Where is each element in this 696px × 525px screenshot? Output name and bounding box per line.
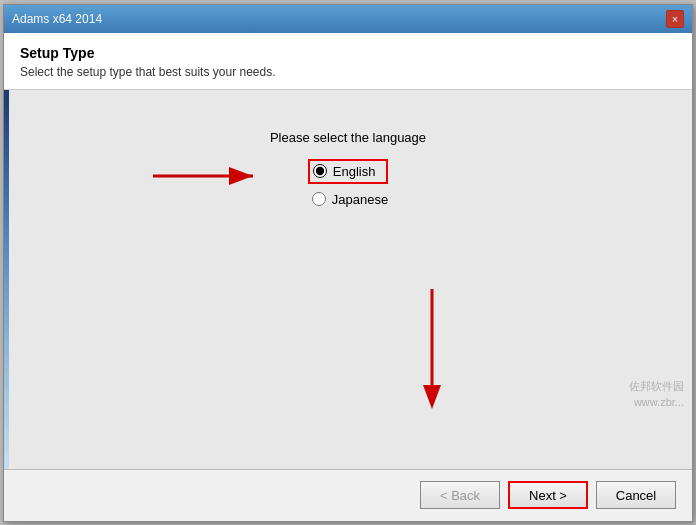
title-bar: Adams x64 2014 × bbox=[4, 5, 692, 33]
header-section: Setup Type Select the setup type that be… bbox=[4, 33, 692, 90]
japanese-radio[interactable] bbox=[312, 192, 326, 206]
close-button[interactable]: × bbox=[666, 10, 684, 28]
left-arrow-annotation bbox=[153, 161, 263, 191]
radio-container: English Japanese bbox=[308, 159, 388, 207]
english-option-box: English bbox=[308, 159, 388, 184]
english-radio-label[interactable]: English bbox=[313, 164, 376, 179]
language-prompt: Please select the language bbox=[270, 130, 426, 145]
cancel-button[interactable]: Cancel bbox=[596, 481, 676, 509]
content-area: Please select the language bbox=[4, 90, 692, 469]
setup-type-subtitle: Select the setup type that best suits yo… bbox=[20, 65, 676, 79]
setup-type-title: Setup Type bbox=[20, 45, 676, 61]
english-radio[interactable] bbox=[313, 164, 327, 178]
left-stripe bbox=[4, 90, 9, 469]
installer-window: Adams x64 2014 × Setup Type Select the s… bbox=[3, 4, 693, 522]
next-button[interactable]: Next > bbox=[508, 481, 588, 509]
watermark-line2: www.zbr... bbox=[629, 394, 684, 411]
english-label: English bbox=[333, 164, 376, 179]
window-body: Setup Type Select the setup type that be… bbox=[4, 33, 692, 521]
watermark: 佐邦软件园 www.zbr... bbox=[629, 378, 684, 411]
footer: < Back Next > Cancel bbox=[4, 469, 692, 521]
down-arrow-annotation bbox=[402, 289, 462, 409]
watermark-line1: 佐邦软件园 bbox=[629, 378, 684, 395]
back-button[interactable]: < Back bbox=[420, 481, 500, 509]
japanese-label: Japanese bbox=[332, 192, 388, 207]
japanese-radio-label[interactable]: Japanese bbox=[308, 192, 388, 207]
window-title: Adams x64 2014 bbox=[12, 12, 102, 26]
language-radio-group: English Japanese bbox=[308, 159, 388, 207]
